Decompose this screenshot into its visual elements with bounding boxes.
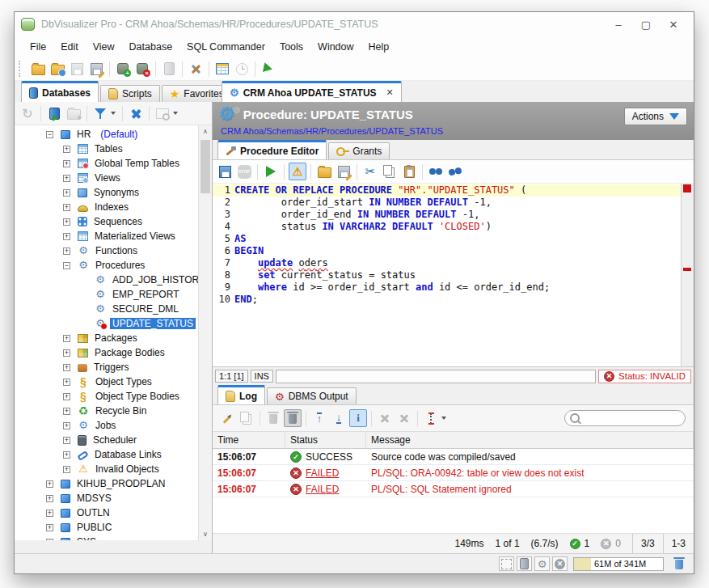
expand-toggle[interactable]: + (63, 379, 70, 386)
tasks-button[interactable]: ⚙ (534, 556, 550, 571)
expand-toggle[interactable]: + (63, 218, 70, 226)
menu-edit[interactable]: Edit (53, 38, 86, 56)
code-line-10[interactable]: 10END; (213, 294, 681, 306)
tab-object-crm-ahoa-update-status[interactable]: ⚙ CRM Ahoa UPDATE_STATUS ✕ (222, 81, 402, 102)
code-line-7[interactable]: 7 update oders (213, 257, 681, 269)
expand-toggle[interactable]: + (46, 510, 53, 517)
expand-toggle[interactable]: + (63, 466, 70, 473)
menu-file[interactable]: File (23, 38, 53, 56)
tab-log[interactable]: Log (217, 385, 265, 404)
paste-icon[interactable] (400, 163, 418, 180)
expand-toggle[interactable]: + (63, 451, 70, 459)
filter-caret[interactable] (111, 112, 116, 115)
expand-toggle[interactable]: + (46, 524, 53, 531)
tree-item-procedures[interactable]: −⚙Procedures (15, 258, 199, 273)
expand-toggle[interactable]: + (63, 175, 70, 182)
menu-database[interactable]: Database (122, 38, 180, 56)
code-line-9[interactable]: 9 where id >= order_id_start and id <= o… (213, 281, 681, 294)
column-header-time[interactable]: Time (213, 432, 285, 448)
expand-toggle[interactable]: + (63, 437, 70, 444)
menu-tools[interactable]: Tools (272, 38, 310, 56)
copy-icon[interactable] (381, 163, 399, 180)
tree-item-kihub-prodplan[interactable]: +KIHUB_PRODPLAN (15, 476, 199, 491)
expand-toggle[interactable]: + (46, 495, 53, 502)
scroll-top-icon[interactable]: ↑ (310, 409, 328, 427)
log-row[interactable]: 15:06:07✓SUCCESSSource code was compiled… (213, 449, 694, 465)
tab-close-icon[interactable]: ✕ (386, 87, 394, 98)
expand-toggle[interactable]: + (63, 160, 70, 167)
expand-toggle[interactable]: − (63, 262, 70, 269)
column-header-message[interactable]: Message (366, 432, 694, 448)
tree-item-object-type-bodies[interactable]: +§Object Type Bodies (15, 389, 199, 404)
refresh-icon[interactable]: ↻ (19, 104, 36, 122)
tab-scripts[interactable]: Scripts (100, 85, 160, 102)
garbage-collect-button[interactable] (670, 555, 688, 573)
tree-item-recycle-bin[interactable]: +♻Recycle Bin (15, 404, 199, 418)
tree-item-emp-report[interactable]: ⚙EMP_REPORT (15, 287, 199, 302)
database-server-icon[interactable] (160, 60, 178, 78)
expand-toggle[interactable]: + (63, 204, 70, 211)
create-connection-icon[interactable] (45, 104, 63, 122)
run-procedure-icon[interactable] (262, 163, 280, 180)
connections-button[interactable] (517, 556, 532, 571)
clear-log-icon[interactable] (264, 409, 282, 427)
stop-icon[interactable]: STOP (235, 163, 253, 180)
tree-item-update-status[interactable]: ⚙UPDATE_STATUS (15, 316, 199, 331)
expand-toggle[interactable]: + (63, 189, 70, 197)
expand-toggle[interactable]: + (63, 349, 70, 357)
connect-icon[interactable] (114, 60, 132, 78)
code-line-2[interactable]: 2 order_id_start IN NUMBER DEFAULT -1, (213, 197, 681, 209)
tree-item-database-links[interactable]: +Database Links (15, 447, 199, 462)
tree-item-indexes[interactable]: +Indexes (15, 200, 199, 214)
tree-item-views[interactable]: +Views (15, 171, 199, 185)
tree-item-outln[interactable]: +OUTLN (15, 506, 199, 520)
tree-item-sys[interactable]: +SYS (15, 535, 199, 540)
code-line-1[interactable]: 1CREATE OR REPLACE PROCEDURE "HR"."UPDAT… (213, 184, 681, 197)
memory-gauge[interactable]: 61M of 341M (573, 557, 664, 571)
log-row[interactable]: 15:06:07✕FAILEDPL/SQL: ORA-00942: table … (213, 465, 694, 481)
tree-item-scheduler[interactable]: +Scheduler (15, 433, 199, 447)
actions-button[interactable]: Actions (624, 108, 687, 125)
close-button[interactable]: ✕ (660, 14, 687, 35)
code-line-5[interactable]: 5AS (213, 233, 681, 245)
code-editor[interactable]: 1CREATE OR REPLACE PROCEDURE "HR"."UPDAT… (213, 184, 694, 367)
menu-help[interactable]: Help (361, 38, 397, 56)
expand-toggle[interactable]: − (46, 131, 53, 138)
tool-properties-icon[interactable] (187, 60, 205, 78)
minimize-button[interactable]: – (605, 14, 632, 35)
expand-toggle[interactable]: + (63, 364, 70, 371)
maximize-button[interactable]: ▢ (632, 14, 660, 35)
show-errors-toggle[interactable]: ⚠ (289, 163, 306, 180)
tab-grants[interactable]: Grants (328, 142, 390, 159)
code-line-6[interactable]: 6BEGIN (213, 245, 681, 257)
copy-log-icon[interactable] (238, 409, 255, 427)
connection-search-icon[interactable] (154, 104, 171, 122)
create-folder-icon[interactable] (65, 104, 82, 122)
tree-item-tables[interactable]: +Tables (15, 142, 199, 156)
tab-databases[interactable]: Databases (21, 81, 99, 102)
find-replace-icon[interactable] (446, 163, 464, 180)
export-log-icon[interactable] (218, 409, 236, 427)
expand-toggle[interactable]: + (63, 422, 70, 429)
menu-sql-commander[interactable]: SQL Commander (179, 38, 272, 56)
connection-search-caret[interactable] (173, 112, 178, 115)
show-info-toggle[interactable]: i (349, 409, 367, 427)
history-icon[interactable] (233, 60, 251, 78)
save-edit-icon[interactable] (87, 60, 105, 78)
load-from-file-icon[interactable] (315, 163, 333, 180)
expand-toggle[interactable]: + (63, 247, 70, 255)
tail-mode-caret[interactable] (441, 417, 446, 420)
tree-item-invalid-objects[interactable]: +⚠Invalid Objects (15, 462, 199, 476)
save-icon[interactable] (68, 60, 86, 78)
toolbar-grip[interactable] (19, 61, 24, 77)
find-icon[interactable] (427, 163, 445, 180)
execute-icon[interactable] (260, 60, 277, 78)
show-errors-icon[interactable]: ⚠ (289, 163, 306, 180)
tab-procedure-editor[interactable]: Procedure Editor (217, 140, 327, 159)
disconnect-icon[interactable] (133, 60, 151, 78)
scroll-up-icon[interactable]: ∧ (199, 125, 212, 137)
table-data-icon[interactable] (213, 60, 231, 78)
tree-item-object-types[interactable]: +§Object Types (15, 374, 199, 389)
tree-item-sequences[interactable]: +Sequences (15, 214, 199, 229)
tree-item-packages[interactable]: +Packages (15, 331, 199, 345)
